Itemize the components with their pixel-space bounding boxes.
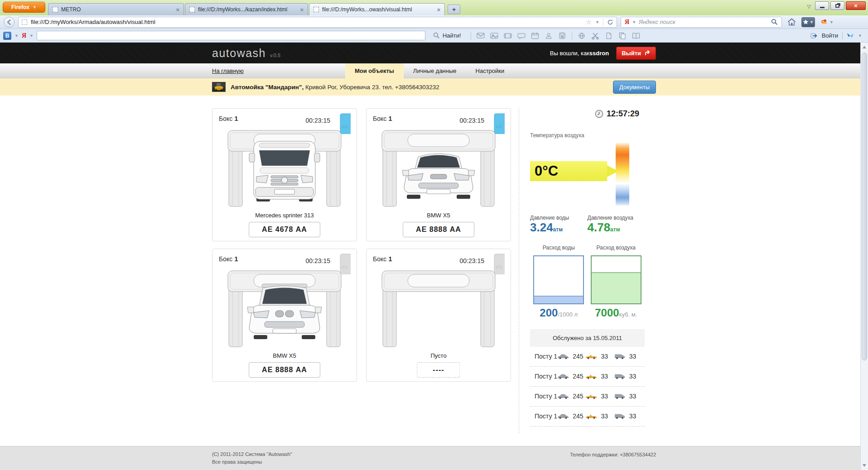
wash-box-card[interactable]: Бокс 1 00:23:15	[212, 249, 357, 382]
favicon-placeholder-icon	[313, 7, 319, 12]
tab-close-icon[interactable]: ×	[176, 6, 179, 13]
chevron-down-icon[interactable]: ▼	[29, 34, 34, 38]
van-count-icon	[614, 353, 626, 359]
cabrio-count-icon	[585, 413, 597, 419]
search-placeholder[interactable]: Яндекс поиск	[639, 19, 768, 25]
wash-box-card[interactable]: Бокс 1 00:23:15	[212, 108, 357, 241]
tab-personal-data[interactable]: Личные данные	[404, 63, 466, 78]
window-controls: ×	[815, 1, 866, 10]
search-icon	[433, 32, 440, 39]
mail-icon[interactable]	[477, 32, 485, 39]
clock-value: 12:57:29	[607, 109, 639, 119]
chevron-down-icon[interactable]: ▼	[14, 34, 19, 38]
favicon-placeholder-icon	[53, 7, 58, 12]
browser-tab-visual-active[interactable]: file:///D:/myWorks...owash/visual.html ×	[309, 3, 445, 15]
search-bar[interactable]: Я ▼ Яндекс поиск	[621, 17, 782, 28]
favicon-placeholder-icon	[189, 7, 195, 12]
toolbar-right-group: Войти ▼	[810, 32, 865, 40]
login-arrow-icon[interactable]	[810, 33, 818, 39]
sedan-count: 245	[569, 373, 585, 380]
box-label: Бокс 1	[219, 255, 238, 263]
login-info: Вы вошли, какssdron Выйти	[550, 43, 656, 63]
sedan-count: 245	[569, 353, 585, 360]
globe-icon[interactable]	[578, 32, 586, 39]
chevron-down-icon[interactable]: ▼	[858, 34, 862, 38]
document-icon[interactable]	[605, 32, 613, 39]
scissors-icon[interactable]	[591, 32, 599, 39]
url-history-dropdown-icon[interactable]: ▼	[595, 20, 599, 24]
logout-button[interactable]: Выйти	[616, 47, 656, 60]
pressure-row: Давление воды 3.24атм Давление воздуха 4…	[530, 215, 645, 235]
tab-my-objects[interactable]: Мои объекты	[345, 63, 404, 78]
browser-tab-metro[interactable]: METRO ×	[48, 3, 184, 15]
toolbar-search-input[interactable]	[37, 31, 425, 40]
photo-icon[interactable]	[490, 32, 498, 39]
scroll-down-icon[interactable]	[863, 464, 866, 467]
bookmark-star-icon[interactable]: ☆	[586, 18, 592, 26]
tab-close-icon[interactable]: ×	[437, 6, 440, 13]
bookmarks-button[interactable]: ▼	[801, 17, 815, 27]
favicon-placeholder-icon	[22, 19, 27, 25]
wash-box-card[interactable]: Бокс 1 00:23:15 Пусто ----	[366, 249, 511, 382]
message-icon[interactable]	[517, 32, 526, 39]
tab-settings[interactable]: Настройки	[466, 63, 514, 78]
cabrio-count: 33	[597, 353, 613, 360]
copy-icon[interactable]	[618, 32, 627, 39]
air-pressure-label: Давление воздуха	[588, 215, 645, 221]
yandex-butterfly-icon[interactable]	[847, 33, 854, 39]
url-bar[interactable]: file:///D:/myWorks/Armada/autowash/visua…	[18, 17, 617, 28]
video-icon[interactable]	[504, 32, 512, 39]
object-title: Автомойка "Мандарин", Кривой Рог, Уборев…	[231, 84, 439, 91]
new-tab-button[interactable]: +	[448, 5, 460, 14]
home-button[interactable]	[786, 17, 798, 28]
reload-icon[interactable]	[607, 19, 613, 25]
url-text[interactable]: file:///D:/myWorks/Armada/autowash/visua…	[31, 19, 582, 25]
search-engine-dropdown-icon[interactable]: ▼	[632, 20, 636, 24]
page-scrollbar[interactable]	[860, 43, 868, 470]
box-label: Бокс 1	[373, 255, 392, 263]
browser-tab-kazan[interactable]: file:///D:/myWorks.../kazan/index.html ×	[185, 3, 308, 15]
chevron-down-icon: ▼	[810, 20, 814, 24]
close-button[interactable]: ×	[846, 1, 866, 10]
yandex-icon[interactable]: Я	[22, 32, 26, 39]
firefox-menu-button[interactable]: Firefox ▼	[3, 2, 45, 13]
login-button[interactable]: Войти	[822, 32, 838, 39]
yandex-search-engine-icon[interactable]: Я	[625, 19, 629, 26]
find-button[interactable]: Найти!	[433, 32, 461, 39]
wash-box-card[interactable]: Бокс 1 00:23:15	[366, 108, 511, 241]
addon-button[interactable]: ▼	[819, 17, 835, 28]
vehicle-image-van	[248, 139, 321, 203]
post-label: Посту 1	[535, 393, 557, 400]
yandex-bar-button[interactable]: В	[3, 32, 11, 40]
site-footer: (С) 2011-2012 Система "Autowash" Все пра…	[0, 446, 868, 470]
chevron-down-icon[interactable]: ▼	[829, 20, 834, 24]
divider	[842, 32, 843, 40]
van-count: 33	[626, 373, 642, 380]
contacts-icon[interactable]	[545, 32, 553, 39]
browser-titlebar: Firefox ▼ METRO × file:///D:/myWorks.../…	[0, 0, 868, 15]
calendar-icon[interactable]	[531, 32, 539, 39]
box-label: Бокс 1	[219, 115, 238, 122]
license-plate: ----	[417, 362, 460, 378]
van-count-icon	[614, 373, 626, 379]
sedan-count-icon	[557, 353, 569, 359]
firefox-menu-label: Firefox	[11, 4, 29, 10]
scroll-up-icon[interactable]	[863, 46, 866, 48]
documents-button[interactable]: Документы	[613, 81, 656, 94]
water-pressure-unit: атм	[553, 226, 563, 233]
tab-strip: METRO × file:///D:/myWorks.../kazan/inde…	[48, 3, 460, 15]
yandex-toolbar: В ▼ Я ▼ Найти! Войти ▼	[0, 29, 868, 43]
tab-list-dropdown-icon[interactable]: ▽	[807, 4, 811, 10]
search-icon[interactable]	[771, 19, 778, 25]
van-count: 33	[626, 393, 642, 400]
home-link[interactable]: На главную	[212, 63, 244, 78]
scrollbar-thumb[interactable]	[862, 53, 867, 360]
toolbar-icon-row	[471, 32, 640, 40]
logout-arrow-icon	[644, 50, 651, 56]
minimize-button[interactable]	[815, 1, 829, 10]
book-icon[interactable]	[632, 32, 640, 39]
calculator-icon[interactable]	[558, 32, 566, 39]
maximize-button[interactable]	[830, 1, 844, 10]
back-button[interactable]	[4, 17, 14, 28]
tab-close-icon[interactable]: ×	[300, 6, 304, 13]
